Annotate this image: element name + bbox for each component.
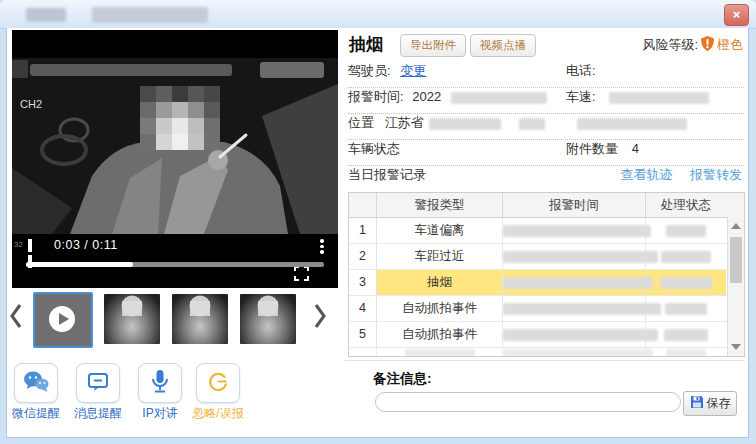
save-button[interactable]: 保存 (683, 391, 737, 416)
microphone-icon (149, 369, 171, 398)
redacted-value (503, 303, 661, 315)
message-alert-button[interactable]: 消息提醒 (64, 363, 132, 422)
risk-level-value: 橙色 (717, 36, 743, 54)
redacted-value (664, 329, 708, 341)
video-on-demand-button[interactable]: 视频点播 (470, 34, 536, 57)
chevron-left-icon[interactable] (8, 302, 26, 334)
redacted-value (429, 118, 501, 130)
location-value: 江苏省 (385, 115, 424, 130)
thumbnail-video-selected[interactable] (33, 292, 93, 348)
window-title-redacted (26, 8, 66, 22)
video-frame-image: CH2 (12, 58, 338, 234)
wechat-alert-button[interactable]: 微信提醒 (2, 363, 70, 422)
remark-label: 备注信息: (373, 370, 432, 388)
export-attachments-button[interactable]: 导出附件 (400, 34, 466, 57)
channel-label: CH2 (20, 98, 42, 110)
window-title-redacted (92, 7, 208, 23)
redacted-value (519, 118, 545, 130)
table-row-highlighted[interactable]: 3 抽烟 (349, 270, 744, 296)
attachments-label: 附件数量 (566, 141, 618, 156)
thumbnail-photo-3[interactable] (240, 294, 296, 344)
table-row[interactable]: 2 车距过近 (349, 244, 744, 270)
phone-label: 电话: (566, 62, 596, 80)
thumbnail-photo-2[interactable] (172, 294, 228, 344)
redacted-value (661, 251, 711, 263)
video-progress-bar[interactable] (26, 262, 324, 267)
play-icon (49, 306, 75, 332)
alarm-type-title: 抽烟 (349, 33, 383, 56)
ignore-icon (206, 370, 230, 397)
ignore-false-alarm-button[interactable]: 忽略/误报 (184, 363, 252, 422)
daily-records-title: 当日报警记录 (348, 167, 426, 182)
close-icon[interactable]: × (724, 4, 749, 26)
message-icon (86, 370, 110, 397)
alarm-forward-link[interactable]: 报警转发 (690, 167, 742, 182)
pixelated-face (140, 86, 220, 150)
action-label: 忽略/误报 (184, 405, 252, 422)
table-header-row: 警报类型 报警时间 处理状态 (349, 193, 744, 218)
speed-label: 车速: (566, 89, 596, 104)
redacted-value (503, 349, 653, 357)
table-row[interactable]: 4 自动抓拍事件 (349, 296, 744, 322)
redacted-value (666, 225, 706, 237)
redacted-value (405, 349, 475, 357)
redacted-value (503, 277, 653, 289)
alarm-records-table: 警报类型 报警时间 处理状态 1 车道偏离 2 车距过近 3 抽烟 4 自动抓拍… (348, 192, 745, 357)
video-progress-fill (26, 262, 133, 267)
save-disk-icon (690, 395, 704, 412)
redacted-value (451, 92, 547, 104)
video-time: 0:03 / 0:11 (54, 238, 118, 252)
redacted-value (666, 349, 706, 357)
scrollbar-thumb[interactable] (730, 237, 742, 283)
driver-change-link[interactable]: 变更 (400, 63, 426, 78)
view-track-link[interactable]: 查看轨迹 (620, 167, 672, 182)
vehicle-status-label: 车辆状态 (348, 141, 400, 156)
column-header-type: 警报类型 (377, 193, 503, 217)
redacted-value (609, 92, 709, 104)
redacted-value (503, 329, 658, 341)
shield-warning-icon (701, 36, 714, 54)
thumbnail-photo-1[interactable] (104, 294, 160, 344)
action-label: 消息提醒 (64, 405, 132, 422)
redacted-value (503, 251, 658, 263)
redacted-value (660, 277, 712, 289)
location-label: 位置 (348, 115, 374, 130)
divider (345, 360, 745, 361)
alarm-time-value: 2022 (412, 89, 441, 104)
redacted-value (503, 225, 651, 237)
pixelated-face (122, 301, 142, 316)
more-options-icon[interactable] (320, 237, 324, 256)
alarm-detail-panel: 抽烟 导出附件 视频点播 风险等级: 橙色 驾驶员: 变更 电话: 报警时间: … (348, 28, 745, 428)
chevron-right-icon[interactable] (312, 302, 330, 334)
thumbnail-strip (0, 290, 340, 350)
attachments-count: 4 (632, 141, 639, 156)
alarm-time-label: 报警时间: (348, 89, 404, 104)
pixelated-face (258, 301, 278, 316)
wechat-icon (22, 370, 50, 397)
scroll-down-icon[interactable] (731, 344, 741, 350)
video-controls: 32 0:03 / 0:11 (12, 234, 338, 258)
scroll-up-icon[interactable] (731, 223, 741, 229)
table-scrollbar[interactable] (727, 217, 744, 356)
video-player[interactable]: CH2 32 0:03 / 0:11 (12, 30, 338, 288)
remark-input[interactable] (375, 392, 681, 412)
action-label: 微信提醒 (2, 405, 70, 422)
pause-icon[interactable] (28, 239, 40, 252)
risk-level-label: 风险等级: (642, 36, 698, 54)
table-row[interactable]: 5 自动抓拍事件 (349, 322, 744, 348)
column-header-status: 处理状态 (646, 193, 726, 217)
redacted-value (665, 303, 707, 315)
dialog-titlebar: × (0, 0, 756, 29)
video-timestamp-fragment: 32 (14, 240, 23, 249)
column-header-time: 报警时间 (503, 193, 646, 217)
redacted-value (577, 118, 687, 130)
table-row-clipped[interactable] (349, 348, 744, 357)
table-row[interactable]: 1 车道偏离 (349, 218, 744, 244)
driver-label: 驾驶员: (348, 63, 391, 78)
save-button-label: 保存 (707, 395, 731, 412)
pixelated-face (190, 301, 210, 316)
